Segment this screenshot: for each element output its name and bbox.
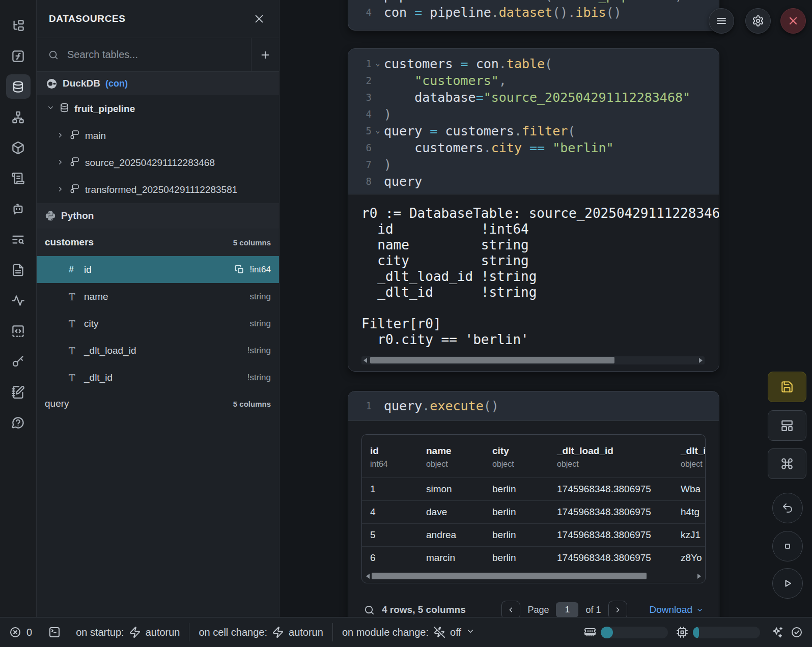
chevron-right-icon[interactable] <box>57 184 64 195</box>
fold-marker[interactable]: ⌄ <box>372 55 384 71</box>
column-header-_dlt_load_id[interactable]: _dlt_load_idobject <box>549 435 673 478</box>
stop-button[interactable] <box>772 531 803 561</box>
save-button[interactable] <box>768 372 806 402</box>
number-type-icon: # <box>69 264 84 275</box>
horizontal-scrollbar[interactable] <box>364 572 703 580</box>
check-circle-icon <box>791 626 803 638</box>
text-type-icon: T <box>69 318 84 329</box>
settings-button[interactable] <box>745 8 771 34</box>
network-icon[interactable] <box>6 105 31 129</box>
terminal-button[interactable] <box>48 626 61 638</box>
database-icon[interactable] <box>6 74 31 99</box>
table-cell: kzJ1 <box>673 524 705 547</box>
table-cell: marcin <box>418 547 484 570</box>
shutdown-button[interactable] <box>780 8 806 34</box>
column-name: id <box>84 264 92 275</box>
column-header-_dlt_id[interactable]: _dlt_idobject <box>673 435 705 478</box>
table-row[interactable]: 4daveberlin1745968348.3806975h4tg <box>362 501 705 524</box>
code-editor[interactable]: 1query.execute() <box>348 391 719 420</box>
line-number: 5 <box>358 123 372 139</box>
download-link[interactable]: Download <box>650 604 704 615</box>
file-tree-icon[interactable] <box>6 13 31 38</box>
code-cell-3[interactable]: 1query.execute() idint64nameobjectcityob… <box>348 391 719 647</box>
table-cell: berlin <box>484 547 549 570</box>
code-cell-1[interactable]: 3pipeline = dlt.attach("fruit_pipeline")… <box>348 0 719 31</box>
file-text-icon[interactable] <box>6 258 31 282</box>
column-row-id[interactable]: #id!int64 <box>37 256 279 283</box>
schema-item-source_202504291112283468[interactable]: source_202504291112283468 <box>37 149 279 176</box>
layout-button[interactable] <box>768 410 806 441</box>
command-palette-button[interactable] <box>768 448 806 479</box>
code-editor[interactable]: 1⌄customers = con.table(2 "customers",3 … <box>348 49 719 194</box>
on-cell-change-setting[interactable]: on cell change: autorun <box>199 626 323 638</box>
fold-marker[interactable]: ⌄ <box>372 123 384 138</box>
table-header-customers[interactable]: customers 5 columns <box>37 229 279 256</box>
run-button[interactable] <box>772 568 803 599</box>
scroll-text-icon[interactable] <box>6 166 31 190</box>
code-square-icon[interactable] <box>6 319 31 343</box>
schema-label: main <box>85 130 106 142</box>
undo-button[interactable] <box>772 493 803 523</box>
table-footer: 4 rows, 5 columns Page 1 of 1 Download <box>363 601 704 620</box>
column-row-city[interactable]: Tcitystring <box>37 310 279 337</box>
python-section[interactable]: Python <box>37 203 279 229</box>
column-row-name[interactable]: Tnamestring <box>37 283 279 310</box>
column-name: name <box>84 291 108 302</box>
line-number: 1 <box>358 55 372 72</box>
key-icon[interactable] <box>6 349 31 374</box>
schema-item-transformed_202504291112283581[interactable]: transformed_202504291112283581 <box>37 176 279 203</box>
chevron-right-icon[interactable] <box>57 157 64 168</box>
close-panel-icon[interactable] <box>251 11 267 26</box>
on-module-change-setting[interactable]: on module change: off <box>342 626 475 638</box>
column-header-id[interactable]: idint64 <box>362 435 418 478</box>
line-number: 7 <box>358 156 372 173</box>
column-dtype: !string <box>247 346 271 356</box>
help-circle-icon[interactable] <box>6 410 31 435</box>
table-cell: berlin <box>484 501 549 524</box>
on-startup-setting[interactable]: on startup: autorun <box>76 626 180 638</box>
copy-icon[interactable] <box>235 265 244 274</box>
zap-icon <box>129 626 141 638</box>
activity-icon[interactable] <box>6 288 31 313</box>
box-icon[interactable] <box>6 135 31 160</box>
search-input[interactable] <box>66 48 251 61</box>
code-line: 6 customers.city == "berlin" <box>358 139 711 156</box>
ai-assistant-button[interactable] <box>771 626 783 638</box>
table-row[interactable]: 1simonberlin1745968348.3806975Wba <box>362 478 705 501</box>
table-header-query[interactable]: query 5 columns <box>37 391 279 416</box>
panel-title: DATASOURCES <box>49 13 126 24</box>
database-fruit-pipeline[interactable]: fruit_pipeline <box>37 95 279 122</box>
add-datasource-button[interactable] <box>251 38 279 71</box>
next-page-button[interactable] <box>608 601 627 620</box>
function-square-icon[interactable] <box>6 44 31 68</box>
horizontal-scrollbar[interactable] <box>361 356 705 364</box>
terminal-icon <box>48 626 61 638</box>
column-header-name[interactable]: nameobject <box>418 435 484 478</box>
column-header-city[interactable]: cityobject <box>484 435 549 478</box>
scroll-left-arrow <box>363 358 367 363</box>
connection-duckdb[interactable]: DuckDB (con) <box>37 72 279 95</box>
notebook-pen-icon[interactable] <box>6 380 31 404</box>
menu-button[interactable] <box>709 8 734 34</box>
column-dtype: string <box>249 292 271 302</box>
table-row[interactable]: 6marcinberlin1745968348.3806975z8Yo <box>362 547 705 570</box>
schema-label: transformed_202504291112283581 <box>85 184 237 195</box>
zap-off-icon <box>433 626 445 638</box>
page-number[interactable]: 1 <box>556 602 578 617</box>
errors-indicator[interactable]: 0 <box>9 626 32 638</box>
text-search-icon[interactable] <box>6 227 31 251</box>
column-row-_dlt_load_id[interactable]: T_dlt_load_id!string <box>37 337 279 364</box>
column-row-_dlt_id[interactable]: T_dlt_id!string <box>37 364 279 391</box>
code-editor[interactable]: 3pipeline = dlt.attach("fruit_pipeline")… <box>358 0 711 21</box>
previous-page-button[interactable] <box>501 601 520 620</box>
app-window: DATASOURCES DuckDB (con) fruit_pipeline … <box>0 0 812 647</box>
connection-status-button[interactable] <box>791 626 803 638</box>
bot-chat-icon[interactable] <box>6 196 31 221</box>
cpu-icon <box>676 626 688 638</box>
search-rows-icon[interactable] <box>363 604 375 616</box>
row-count-summary: 4 rows, 5 columns <box>382 604 466 615</box>
schema-item-main[interactable]: main <box>37 122 279 149</box>
table-row[interactable]: 5andreaberlin1745968348.3806975kzJ1 <box>362 524 705 547</box>
code-cell-2[interactable]: 1⌄customers = con.table(2 "customers",3 … <box>348 48 719 372</box>
chevron-right-icon[interactable] <box>57 130 64 142</box>
